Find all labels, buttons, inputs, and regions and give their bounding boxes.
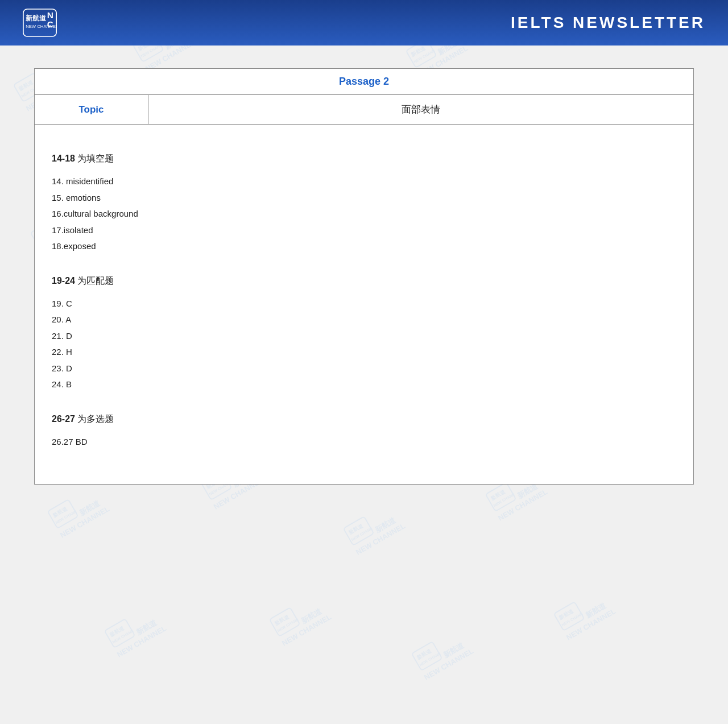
svg-rect-45 [344,516,374,545]
svg-rect-60 [412,642,442,671]
svg-rect-57 [270,607,300,636]
svg-rect-63 [554,602,585,631]
svg-text:新航道: 新航道 [416,647,433,661]
header: 新航道 NEW CHANNEL N C IELTS NEWSLETTER [0,0,728,45]
passage-title: Passage 2 [339,76,389,87]
svg-rect-54 [105,619,135,648]
watermark: 新航道NEW CHANNEL 新航道NEW CHANNEL [342,500,407,558]
section-matching: 19-24 为匹配题 19. C 20. A 21. D 22. H 23. D… [52,272,676,393]
answer-19: 19. C [52,296,676,312]
svg-text:新航道: 新航道 [109,624,126,638]
section3-answers: 26.27 BD [52,434,676,450]
watermark: 新航道NEW CHANNEL 新航道NEW CHANNEL [411,626,475,683]
section1-type: 为填空题 [75,154,114,163]
svg-text:NEW CHANNEL: NEW CHANNEL [419,649,443,667]
section-fill-in: 14-18 为填空题 14. misidentified 15. emotion… [52,150,676,255]
answer-16: 16.cultural background [52,206,676,222]
topic-row: Topic 面部表情 [35,95,693,125]
section2-heading: 19-24 为匹配题 [52,272,676,290]
content-table: Passage 2 Topic 面部表情 14-18 为填空题 14. misi… [34,68,694,485]
answer-17: 17.isolated [52,222,676,239]
svg-text:NEW CHANNEL: NEW CHANNEL [276,615,301,632]
answer-22: 22. H [52,344,676,361]
svg-text:NEW CHANNEL: NEW CHANNEL [55,507,79,524]
svg-text:新航道: 新航道 [26,14,47,22]
passage-header: Passage 2 [35,69,693,95]
section1-heading: 14-18 为填空题 [52,150,676,168]
content-area: 14-18 为填空题 14. misidentified 15. emotion… [35,125,693,484]
section3-type: 为多选题 [75,414,114,424]
section3-range: 26-27 [52,414,75,424]
svg-text:NEW CHANNEL: NEW CHANNEL [111,626,136,644]
section2-range: 19-24 [52,276,75,286]
section1-range: 14-18 [52,154,75,163]
svg-text:新航道: 新航道 [348,522,365,536]
svg-text:新航道: 新航道 [274,613,291,627]
main-content: Passage 2 Topic 面部表情 14-18 为填空题 14. misi… [0,45,728,507]
watermark: 新航道NEW CHANNEL 新航道NEW CHANNEL [104,603,168,660]
answer-14: 14. misidentified [52,173,676,190]
answer-20: 20. A [52,312,676,328]
section2-type: 为匹配题 [75,276,114,286]
answer-24: 24. B [52,377,676,393]
answer-23: 23. D [52,361,676,377]
section-multiple-choice: 26-27 为多选题 26.27 BD [52,410,676,450]
watermark: 新航道NEW CHANNEL 新航道NEW CHANNEL [553,586,618,643]
topic-label: Topic [35,95,148,124]
svg-text:N: N [47,10,53,20]
answer-21: 21. D [52,328,676,345]
answer-15: 15. emotions [52,190,676,206]
section2-answers: 19. C 20. A 21. D 22. H 23. D 24. B [52,296,676,393]
header-title: IELTS NEWSLETTER [511,14,705,32]
watermark: 新航道NEW CHANNEL 新航道NEW CHANNEL [268,591,333,649]
answer-26-27: 26.27 BD [52,434,676,450]
logo-icon: 新航道 NEW CHANNEL N C [23,9,57,37]
answer-18: 18.exposed [52,238,676,255]
section3-heading: 26-27 为多选题 [52,410,676,428]
svg-text:C: C [47,19,53,29]
section1-answers: 14. misidentified 15. emotions 16.cultur… [52,173,676,255]
svg-text:NEW CHANNEL: NEW CHANNEL [350,524,375,541]
logo: 新航道 NEW CHANNEL N C [23,9,57,37]
svg-text:NEW CHANNEL: NEW CHANNEL [561,609,585,627]
topic-value: 面部表情 [148,95,693,124]
svg-text:新航道: 新航道 [558,607,575,621]
